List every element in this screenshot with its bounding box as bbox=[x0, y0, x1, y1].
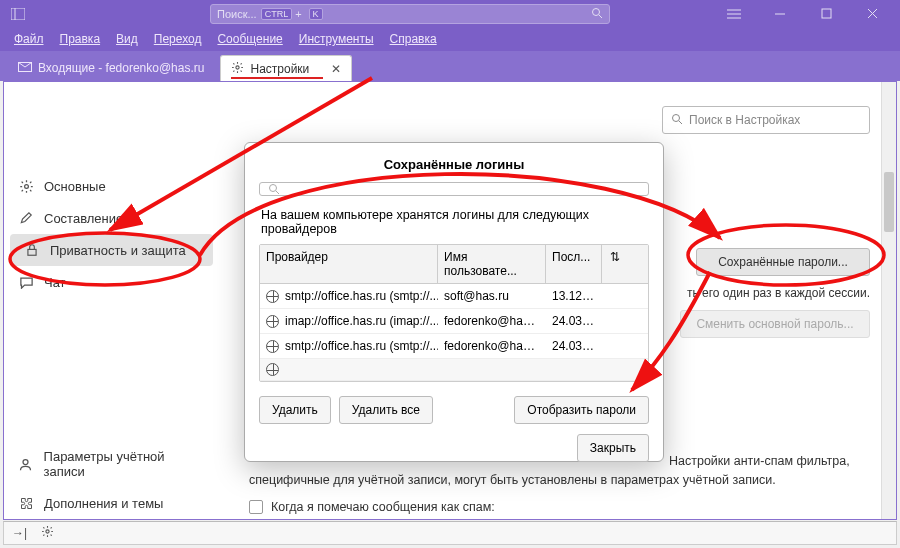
close-button[interactable] bbox=[850, 0, 894, 27]
table-row[interactable] bbox=[260, 359, 648, 381]
kbd-plus: + bbox=[295, 8, 301, 20]
change-master-password-button[interactable]: Сменить основной пароль... bbox=[680, 310, 870, 338]
nav-general-label: Основные bbox=[44, 179, 106, 194]
account-icon bbox=[18, 456, 34, 472]
saved-logins-dialog: Сохранённые логины На вашем компьютере х… bbox=[244, 142, 664, 462]
svg-rect-0 bbox=[11, 8, 25, 20]
globe-icon bbox=[266, 315, 279, 328]
maximize-button[interactable] bbox=[804, 0, 848, 27]
scrollbar-thumb[interactable] bbox=[884, 172, 894, 232]
tab-bar: Входящие - fedorenko@has.ru Настройки ✕ bbox=[0, 51, 900, 81]
status-gear-icon[interactable] bbox=[41, 525, 54, 541]
gear-icon bbox=[231, 61, 244, 77]
table-row[interactable]: smtp://office.has.ru (smtp://... soft@ha… bbox=[260, 284, 648, 309]
col-last[interactable]: Посл... bbox=[546, 245, 602, 283]
svg-point-15 bbox=[23, 459, 28, 464]
spam-checkbox-label: Когда я помечаю сообщения как спам: bbox=[271, 500, 495, 514]
saved-passwords-button[interactable]: Сохранённые пароли... bbox=[696, 248, 870, 276]
menu-help[interactable]: Справка bbox=[384, 30, 443, 48]
dialog-title: Сохранённые логины bbox=[259, 153, 649, 182]
nav-account-label: Параметры учётной записи bbox=[44, 449, 205, 479]
logins-table: Провайдер Имя пользовате... Посл... ⇅ sm… bbox=[259, 244, 649, 382]
globe-icon bbox=[266, 290, 279, 303]
table-header: Провайдер Имя пользовате... Посл... ⇅ bbox=[260, 245, 648, 284]
checkbox-icon[interactable] bbox=[249, 500, 263, 514]
offline-icon[interactable]: →| bbox=[12, 526, 27, 540]
nav-chat-label: Чат bbox=[44, 275, 66, 290]
menu-go[interactable]: Переход bbox=[148, 30, 208, 48]
svg-point-18 bbox=[270, 185, 277, 192]
nav-privacy-label: Приватность и защита bbox=[50, 243, 186, 258]
nav-addons-label: Дополнения и темы bbox=[44, 496, 163, 511]
hamburger-icon[interactable] bbox=[712, 0, 756, 27]
delete-button[interactable]: Удалить bbox=[259, 396, 331, 424]
kbd-k: K bbox=[309, 8, 323, 20]
dialog-buttons: Удалить Удалить все Отобразить пароли bbox=[259, 382, 649, 424]
search-icon bbox=[671, 113, 683, 128]
svg-point-12 bbox=[236, 65, 239, 68]
menu-edit[interactable]: Правка bbox=[54, 30, 107, 48]
status-bar: →| bbox=[3, 521, 897, 545]
col-user[interactable]: Имя пользовате... bbox=[438, 245, 546, 283]
search-icon bbox=[268, 183, 280, 195]
settings-search-placeholder: Поиск в Настройках bbox=[689, 113, 800, 127]
global-search-input[interactable]: Поиск... CTRL + K bbox=[210, 4, 610, 24]
search-placeholder: Поиск... bbox=[217, 8, 257, 20]
kbd-ctrl: CTRL bbox=[261, 8, 293, 20]
svg-point-13 bbox=[24, 184, 28, 188]
globe-icon bbox=[266, 340, 279, 353]
session-text: ть его один раз в каждой сессии. bbox=[687, 286, 870, 300]
window-controls bbox=[712, 0, 894, 27]
svg-line-17 bbox=[679, 121, 682, 124]
nav-compose-label: Составление bbox=[44, 211, 123, 226]
sidebar-toggle-icon[interactable] bbox=[6, 4, 30, 24]
menu-bar: Файл Правка Вид Переход Сообщение Инстру… bbox=[0, 27, 900, 51]
search-icon bbox=[591, 7, 603, 21]
settings-nav: Основные Составление Приватность и защит… bbox=[4, 82, 219, 519]
svg-point-20 bbox=[46, 530, 49, 533]
col-provider[interactable]: Провайдер bbox=[260, 245, 438, 283]
inbox-icon bbox=[18, 61, 32, 75]
titlebar: Поиск... CTRL + K bbox=[0, 0, 900, 27]
svg-point-16 bbox=[673, 114, 680, 121]
settings-search-input[interactable]: Поиск в Настройках bbox=[662, 106, 870, 134]
globe-icon bbox=[266, 363, 279, 376]
dialog-note: На вашем компьютере хранятся логины для … bbox=[259, 196, 649, 244]
menu-message[interactable]: Сообщение bbox=[211, 30, 288, 48]
tab-settings[interactable]: Настройки ✕ bbox=[220, 55, 352, 81]
chat-icon bbox=[18, 274, 34, 290]
svg-rect-8 bbox=[822, 9, 831, 18]
svg-rect-14 bbox=[28, 249, 36, 255]
table-row[interactable]: imap://office.has.ru (imap://... fedoren… bbox=[260, 309, 648, 334]
tab-inbox-label: Входящие - fedorenko@has.ru bbox=[38, 61, 204, 75]
minimize-button[interactable] bbox=[758, 0, 802, 27]
nav-addons[interactable]: Дополнения и темы bbox=[4, 487, 219, 519]
menu-view[interactable]: Вид bbox=[110, 30, 144, 48]
dialog-close-row: Закрыть bbox=[259, 424, 649, 462]
spam-checkbox-row[interactable]: Когда я помечаю сообщения как спам: bbox=[249, 500, 495, 514]
lock-icon bbox=[24, 242, 40, 258]
nav-compose[interactable]: Составление bbox=[4, 202, 219, 234]
tab-close-icon[interactable]: ✕ bbox=[331, 62, 341, 76]
nav-general[interactable]: Основные bbox=[4, 170, 219, 202]
puzzle-icon bbox=[18, 495, 34, 511]
nav-privacy[interactable]: Приватность и защита bbox=[10, 234, 213, 266]
gear-icon bbox=[18, 178, 34, 194]
nav-account[interactable]: Параметры учётной записи bbox=[4, 441, 219, 487]
show-passwords-button[interactable]: Отобразить пароли bbox=[514, 396, 649, 424]
close-button[interactable]: Закрыть bbox=[577, 434, 649, 462]
tab-settings-label: Настройки bbox=[250, 62, 309, 76]
col-picker[interactable]: ⇅ bbox=[602, 245, 628, 283]
svg-line-3 bbox=[599, 15, 602, 18]
svg-point-2 bbox=[593, 8, 600, 15]
tab-inbox[interactable]: Входящие - fedorenko@has.ru bbox=[8, 55, 214, 81]
menu-file[interactable]: Файл bbox=[8, 30, 50, 48]
dialog-search-input[interactable] bbox=[259, 182, 649, 196]
delete-all-button[interactable]: Удалить все bbox=[339, 396, 433, 424]
pencil-icon bbox=[18, 210, 34, 226]
nav-chat[interactable]: Чат bbox=[4, 266, 219, 298]
svg-line-19 bbox=[276, 191, 279, 194]
table-row[interactable]: smtp://office.has.ru (smtp://... fedoren… bbox=[260, 334, 648, 359]
menu-tools[interactable]: Инструменты bbox=[293, 30, 380, 48]
